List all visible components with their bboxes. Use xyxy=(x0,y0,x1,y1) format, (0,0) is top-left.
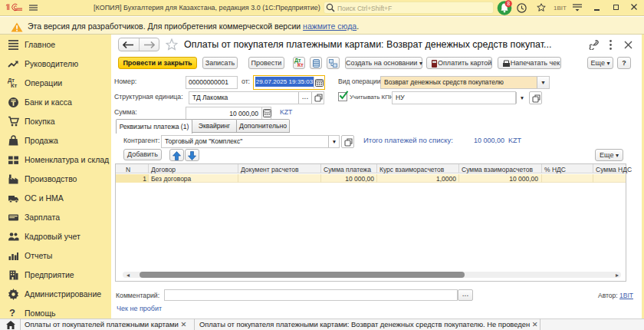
svg-text:8: 8 xyxy=(507,1,510,6)
